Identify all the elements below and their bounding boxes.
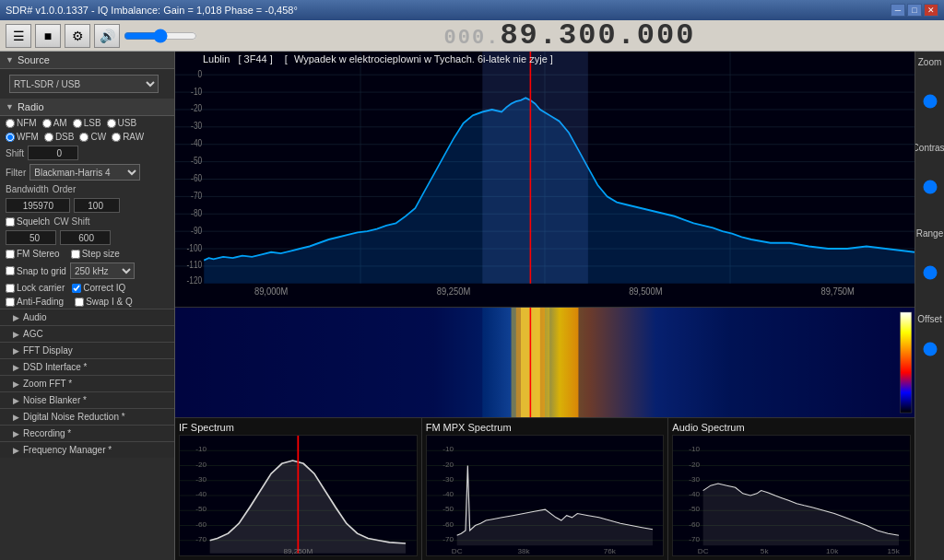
mode-wfm[interactable]: WFM [6, 132, 39, 142]
fft-label: FFT Display [23, 345, 73, 356]
noise-blanker-section[interactable]: ▶ Noise Blanker * [0, 391, 174, 408]
maximize-button[interactable]: □ [907, 4, 922, 17]
if-spectrum-title: IF Spectrum [179, 422, 418, 433]
recording-section[interactable]: ▶ Recording * [0, 425, 174, 441]
agc-section[interactable]: ▶ AGC [0, 325, 174, 342]
main-layout: ▼ Source RTL-SDR / USB ▼ Radio NFM AM LS… [0, 52, 944, 560]
agc-label: AGC [23, 329, 43, 339]
menu-button[interactable]: ☰ [6, 24, 31, 48]
svg-text:-40: -40 [690, 490, 701, 498]
contrast-slider[interactable] [923, 155, 938, 219]
fft-display-section[interactable]: ▶ FFT Display [0, 342, 174, 358]
svg-rect-43 [900, 312, 911, 413]
fm-stereo-checkbox[interactable]: FM Stereo [6, 249, 60, 259]
svg-text:-40: -40 [195, 490, 206, 498]
freq-manager-section[interactable]: ▶ Frequency Manager * [0, 441, 174, 458]
step-size-checkbox[interactable]: Step size [71, 249, 120, 259]
fm-mpx-panel: FM MPX Spectrum [422, 418, 669, 560]
correct-iq-checkbox[interactable]: Correct IQ [72, 283, 125, 293]
step-size-check[interactable] [71, 250, 80, 259]
zoom-label: Zoom [918, 57, 942, 67]
order-input[interactable] [74, 198, 120, 213]
snap-check[interactable] [6, 266, 15, 275]
correct-iq-check[interactable] [72, 284, 81, 293]
squelch-check[interactable] [6, 217, 15, 227]
zoom-fft-section[interactable]: ▶ Zoom FFT * [0, 375, 174, 391]
dsd-arrow-icon: ▶ [13, 363, 19, 372]
audio-label: Audio [23, 312, 47, 322]
svg-text:-30: -30 [195, 475, 206, 484]
swap-iq-checkbox[interactable]: Swap I & Q [75, 297, 133, 307]
cw-shift-value[interactable] [60, 230, 111, 245]
mode-lsb[interactable]: LSB [73, 118, 101, 128]
shift-label: Shift [6, 148, 24, 158]
dnr-section[interactable]: ▶ Digital Noise Reduction * [0, 408, 174, 425]
svg-text:-60: -60 [442, 520, 454, 529]
dsd-section[interactable]: ▶ DSD Interface * [0, 358, 174, 375]
fm-stereo-check[interactable] [6, 250, 15, 259]
zoom-slider[interactable] [923, 69, 938, 134]
squelch-value[interactable] [6, 230, 56, 245]
snap-checkbox[interactable]: Snap to grid [6, 266, 66, 276]
svg-text:89,250M: 89,250M [437, 286, 470, 298]
shift-input[interactable] [28, 146, 78, 160]
svg-text:-90: -90 [191, 226, 202, 236]
range-slider[interactable] [923, 240, 938, 305]
anti-fading-check[interactable] [6, 298, 15, 307]
fm-mpx-canvas: -10 -20 -30 -40 -50 -60 -70 DC [426, 435, 665, 556]
svg-rect-29 [482, 52, 588, 284]
close-button[interactable]: ✕ [924, 4, 938, 17]
fm-mpx-title: FM MPX Spectrum [426, 422, 665, 433]
source-device-select[interactable]: RTL-SDR / USB [9, 75, 159, 93]
svg-text:-60: -60 [195, 520, 206, 529]
stop-button[interactable]: ■ [35, 24, 61, 48]
spectrum-display[interactable]: Lublin [ 3F44 ] [ Wypadek w elektrociepl… [175, 52, 914, 307]
radio-arrow-icon: ▼ [6, 102, 14, 111]
noise-blanker-arrow-icon: ▶ [13, 396, 19, 405]
waterfall-display[interactable] [175, 307, 914, 417]
mode-cw[interactable]: CW [79, 132, 106, 142]
freq-slider[interactable] [124, 29, 197, 43]
source-device-row: RTL-SDR / USB [0, 69, 174, 99]
if-spectrum-canvas: -10 -20 -30 -40 -50 -60 -70 [179, 435, 418, 556]
audio-arrow-icon: ▶ [13, 313, 19, 322]
filter-select[interactable]: Blackman-Harris 4 [30, 164, 140, 181]
audio-button[interactable]: 🔊 [94, 24, 120, 48]
bracket-info: [ 3F44 ] [238, 53, 272, 64]
svg-text:-80: -80 [191, 208, 202, 218]
range-label: Range [916, 228, 943, 239]
stop-icon: ■ [44, 29, 52, 43]
snap-label: Snap to grid [17, 266, 66, 276]
svg-text:-110: -110 [187, 261, 203, 271]
anti-fading-checkbox[interactable]: Anti-Fading [6, 297, 64, 307]
minimize-button[interactable]: ─ [891, 4, 905, 17]
contrast-label: Contrast [914, 143, 944, 153]
squelch-checkbox[interactable]: Squelch [6, 216, 50, 227]
frequency-display: 000.89.300.000 [201, 18, 938, 52]
audio-section[interactable]: ▶ Audio [0, 309, 174, 325]
swap-iq-check[interactable] [75, 298, 84, 307]
squelch-slider-row [0, 228, 174, 247]
offset-slider[interactable] [923, 326, 938, 372]
svg-text:-40: -40 [191, 139, 202, 149]
mode-raw[interactable]: RAW [112, 132, 144, 142]
swap-iq-label: Swap I & Q [86, 297, 133, 307]
mode-nfm[interactable]: NFM [6, 118, 37, 128]
agc-arrow-icon: ▶ [13, 330, 19, 339]
lock-carrier-check[interactable] [6, 284, 15, 293]
radio-mode-group2: WFM DSB CW RAW [6, 132, 144, 142]
recording-arrow-icon: ▶ [13, 429, 19, 438]
bottom-charts: IF Spectrum [175, 417, 914, 560]
lock-carrier-checkbox[interactable]: Lock carrier [6, 283, 65, 293]
settings-button[interactable]: ⚙ [65, 24, 90, 48]
radio-modes-row2: WFM DSB CW RAW [0, 130, 174, 144]
mode-usb[interactable]: USB [107, 118, 137, 128]
snap-select[interactable]: 250 kHz [70, 262, 135, 279]
svg-text:-20: -20 [442, 461, 454, 469]
radio-modes-row1: NFM AM LSB USB [0, 116, 174, 130]
svg-text:-20: -20 [191, 104, 202, 114]
snap-row: Snap to grid 250 kHz [0, 261, 174, 281]
mode-am[interactable]: AM [42, 118, 67, 128]
mode-dsb[interactable]: DSB [44, 132, 75, 142]
bandwidth-input[interactable] [6, 198, 70, 213]
